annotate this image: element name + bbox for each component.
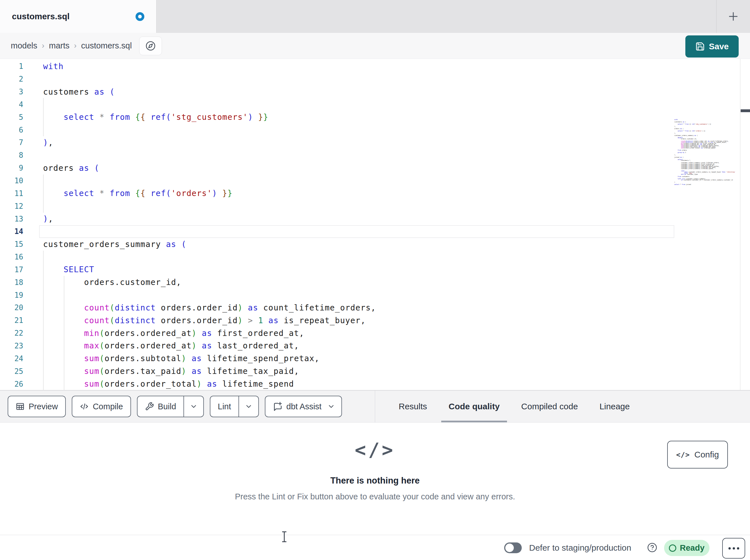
new-tab-button[interactable] [723, 6, 744, 27]
line-content[interactable] [39, 200, 674, 212]
editor-toolbar: Preview Compile Build Lint [8, 391, 342, 422]
tab-results[interactable]: Results [399, 391, 427, 422]
line-content[interactable]: SELECT [39, 264, 674, 276]
code-line-3[interactable]: 3customers as ( [0, 86, 674, 98]
tab-lineage[interactable]: Lineage [599, 391, 630, 422]
line-number: 4 [0, 100, 23, 109]
code-line-7[interactable]: 7), [0, 136, 674, 149]
code-line-20[interactable]: 20 count(distinct orders.order_id) as co… [0, 302, 674, 314]
line-content[interactable]: customer_orders_summary as ( [39, 238, 674, 251]
code-line-23[interactable]: 23 max(orders.ordered_at) as last_ordere… [0, 340, 674, 352]
line-content[interactable]: with [39, 60, 674, 73]
line-content[interactable] [39, 124, 674, 136]
breadcrumb-item-file[interactable]: customers.sql [81, 41, 132, 50]
tab-code-quality[interactable]: Code quality [449, 391, 500, 422]
build-dropdown-button[interactable] [183, 396, 203, 417]
breadcrumb-item-models[interactable]: models [11, 41, 37, 50]
line-content[interactable] [39, 225, 674, 238]
ide-status-badge[interactable]: Ready [664, 540, 709, 556]
code-line-22[interactable]: 22 min(orders.ordered_at) as first_order… [0, 327, 674, 340]
overview-ruler-cursor-mark [741, 109, 750, 112]
code-line-15[interactable]: 15customer_orders_summary as ( [0, 238, 674, 251]
line-number: 10 [0, 177, 23, 185]
line-content[interactable]: ), [39, 212, 674, 225]
build-label: Build [158, 402, 176, 411]
line-content[interactable]: orders.customer_id, [39, 276, 674, 289]
code-line-17[interactable]: 17 SELECT [0, 264, 674, 276]
line-content[interactable]: sum(orders.order_total) as lifetime_spen… [39, 378, 674, 390]
tab-customers-sql[interactable]: customers.sql [0, 0, 157, 33]
config-button[interactable]: </> Config [667, 441, 728, 469]
code-line-4[interactable]: 4 [0, 98, 674, 111]
breadcrumb-item-marts[interactable]: marts [49, 41, 70, 50]
line-content[interactable]: sum(orders.tax_paid) as lifetime_tax_pai… [39, 365, 674, 378]
code-line-25[interactable]: 25 sum(orders.tax_paid) as lifetime_tax_… [0, 365, 674, 378]
line-content[interactable] [39, 73, 674, 86]
build-button-main[interactable]: Build [138, 396, 184, 417]
line-content[interactable]: select * from {{ ref('stg_customers') }} [39, 111, 674, 124]
code-line-10[interactable]: 10 [0, 174, 674, 187]
code-line-21[interactable]: 21 count(distinct orders.order_id) > 1 a… [0, 314, 674, 327]
chevron-down-icon [245, 402, 253, 411]
lint-button-main[interactable]: Lint [211, 396, 238, 417]
tab-compiled-code[interactable]: Compiled code [521, 391, 578, 422]
code-line-14[interactable]: 14 [0, 225, 674, 238]
plus-icon [727, 10, 739, 23]
code-line-6[interactable]: 6 [0, 124, 674, 136]
line-content[interactable]: customers as ( [39, 86, 674, 98]
status-bar [0, 535, 750, 560]
line-content[interactable] [39, 251, 674, 264]
code-line-8[interactable]: 8 [0, 149, 674, 162]
code-line-12[interactable]: 12 [0, 200, 674, 212]
line-content[interactable]: max(orders.ordered_at) as last_ordered_a… [39, 340, 674, 352]
line-number: 6 [0, 126, 23, 134]
minimap-content: with customers as ( select * from {{ ref… [674, 119, 740, 185]
code-line-19[interactable]: 19 [0, 289, 674, 302]
explore-file-button[interactable] [139, 37, 162, 55]
code-line-24[interactable]: 24 sum(orders.subtotal) as lifetime_spen… [0, 352, 674, 365]
floppy-disk-icon [695, 42, 705, 51]
code-editor[interactable]: 1with23customers as (45 select * from {{… [0, 59, 750, 390]
line-content[interactable]: select * from {{ ref('orders') }} [39, 187, 674, 200]
line-content[interactable] [39, 98, 674, 111]
code-line-26[interactable]: 26 sum(orders.order_total) as lifetime_s… [0, 378, 674, 390]
code-line-1[interactable]: 1with [0, 60, 674, 73]
code-line-9[interactable]: 9orders as ( [0, 162, 674, 174]
dbt-assist-label: dbt Assist [287, 402, 321, 411]
chevron-down-icon [327, 402, 335, 411]
tabbar-divider [716, 0, 716, 33]
line-number: 15 [0, 240, 23, 248]
defer-toggle[interactable] [504, 542, 522, 553]
line-content[interactable]: count(distinct orders.order_id) as count… [39, 302, 674, 314]
line-content[interactable] [39, 174, 674, 187]
empty-state: </> There is nothing here Press the Lint… [0, 422, 750, 535]
code-line-16[interactable]: 16 [0, 251, 674, 264]
assist-chat-icon [273, 402, 282, 411]
help-icon[interactable] [647, 542, 657, 553]
dbt-assist-button[interactable]: dbt Assist [265, 396, 342, 417]
line-content[interactable]: orders as ( [39, 162, 674, 174]
lint-dropdown-button[interactable] [238, 396, 258, 417]
lint-label: Lint [218, 402, 231, 411]
code-line-18[interactable]: 18 orders.customer_id, [0, 276, 674, 289]
save-button[interactable]: Save [685, 36, 739, 58]
line-content[interactable] [39, 289, 674, 302]
action-strip: Preview Compile Build Lint [0, 390, 750, 422]
overflow-menu-button[interactable] [722, 538, 745, 559]
line-content[interactable]: ), [39, 136, 674, 149]
empty-state-title: There is nothing here [330, 476, 420, 486]
code-line-5[interactable]: 5 select * from {{ ref('stg_customers') … [0, 111, 674, 124]
line-content[interactable]: count(distinct orders.order_id) > 1 as i… [39, 314, 674, 327]
code-line-2[interactable]: 2 [0, 73, 674, 86]
line-number: 26 [0, 380, 23, 388]
code-icon: </> [676, 451, 690, 459]
breadcrumb-separator: › [42, 41, 44, 50]
line-number: 24 [0, 354, 23, 363]
preview-button[interactable]: Preview [8, 396, 66, 417]
code-line-11[interactable]: 11 select * from {{ ref('orders') }} [0, 187, 674, 200]
line-content[interactable]: sum(orders.subtotal) as lifetime_spend_p… [39, 352, 674, 365]
code-line-13[interactable]: 13), [0, 212, 674, 225]
line-content[interactable]: min(orders.ordered_at) as first_ordered_… [39, 327, 674, 340]
line-content[interactable] [39, 149, 674, 162]
compile-button[interactable]: Compile [72, 396, 131, 417]
